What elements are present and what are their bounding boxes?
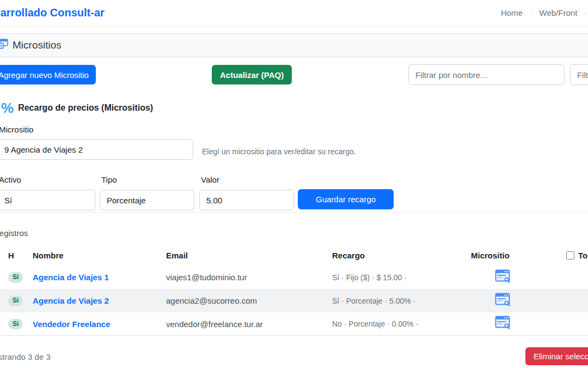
col-header-nombre: Nombre [30, 251, 163, 260]
select-all-checkbox[interactable] [566, 251, 574, 260]
filter-secondary-input[interactable] [570, 64, 588, 85]
valor-field: Valor 5.00 [199, 175, 294, 210]
status-badge: Si [8, 295, 23, 306]
page-header: Micrositios [0, 33, 588, 57]
recargo-title-text: Recargo de precios (Micrositios) [18, 103, 153, 113]
micrositio-row: 9 Agencia de Viajes 2 Elegí un micrositi… [0, 139, 588, 160]
micrositio-name-link[interactable]: Agencia de Viajes 2 [33, 296, 109, 305]
open-micrositio-icon[interactable] [495, 293, 511, 309]
recargo-cell: Sí · Porcentaje · 5.00% · [329, 297, 468, 305]
micrositio-helper-text: Elegí un micrositio para ver/editar su r… [202, 147, 356, 156]
select-all-label: Todos [578, 251, 588, 260]
col-header-recargo: Recargo [329, 251, 468, 260]
tipo-select[interactable]: Porcentaje [100, 190, 194, 210]
brand-link[interactable]: Desarrollado Consult-ar [0, 7, 105, 19]
status-badge: Si [8, 319, 23, 329]
tipo-field: Tipo Porcentaje [100, 175, 194, 210]
valor-input[interactable]: 5.00 [199, 190, 294, 210]
email-cell: viajes1@tudominio.tur [163, 273, 329, 282]
registros-label: Registros [0, 228, 588, 238]
micrositios-window-icon [0, 38, 9, 52]
add-micrositio-button[interactable]: Agregar nuevo Micrositio [0, 65, 96, 85]
activo-label: Activo [0, 175, 95, 184]
section-divider [0, 212, 588, 213]
activo-field: Activo Sí [0, 175, 95, 210]
table-footer: Mostrando 3 de 3 Eliminar seleccionados [0, 336, 588, 363]
nav-separator: · [530, 9, 532, 17]
table-row: Si Vendedor Freelance vendedor@freelance… [0, 312, 588, 336]
nav-home-link[interactable]: Home [501, 8, 523, 17]
col-header-email: Email [163, 251, 329, 260]
micrositios-table: H Nombre Email Recargo Micrositio Todos … [0, 245, 588, 336]
showing-count: Mostrando 3 de 3 [0, 352, 51, 361]
valor-label: Valor [201, 175, 294, 184]
open-micrositio-icon[interactable] [495, 316, 511, 332]
page-title: Micrositios [13, 39, 62, 51]
select-all-cell: Todos [566, 251, 588, 260]
tipo-label: Tipo [101, 175, 194, 184]
col-header-h: H [0, 251, 30, 260]
save-recargo-button[interactable]: Guardar recargo [298, 189, 394, 209]
toolbar: Agregar nuevo Micrositio Actualizar (PAQ… [0, 64, 588, 85]
filter-name-input[interactable] [408, 64, 565, 85]
email-cell: vendedor@freelance.tur.ar [163, 319, 329, 329]
micrositio-select[interactable]: 9 Agencia de Viajes 2 [0, 139, 193, 160]
navbar: Desarrollado Consult-ar Home · Web/Front… [0, 0, 588, 26]
nav-separator: · [584, 9, 587, 17]
recargo-cell: No · Porcentaje · 0.00% · [329, 319, 468, 328]
recargo-form-row: Activo Sí Tipo Porcentaje Valor 5.00 Gua… [0, 175, 588, 209]
table-row: Si Agencia de Viajes 1 viajes1@tudominio… [0, 266, 588, 289]
table-header-row: H Nombre Email Recargo Micrositio Todos [0, 245, 588, 266]
col-header-micrositio: Micrositio [468, 251, 566, 260]
activo-select[interactable]: Sí [0, 190, 95, 210]
open-micrositio-icon[interactable] [495, 269, 511, 286]
delete-selected-button[interactable]: Eliminar seleccionados [525, 347, 588, 365]
nav-webfront-link[interactable]: Web/Front [540, 8, 578, 17]
micrositio-name-link[interactable]: Vendedor Freelance [33, 319, 111, 329]
table-row: Si Agencia de Viajes 2 agencia2@sucorreo… [0, 289, 588, 312]
status-badge: Si [8, 272, 23, 282]
app-viewport: Desarrollado Consult-ar Home · Web/Front… [0, 0, 588, 368]
recargo-cell: Sí · Fijo ($) · $ 15.00 · [329, 273, 468, 282]
percent-icon: % [1, 101, 14, 115]
update-paq-button[interactable]: Actualizar (PAQ) [212, 65, 292, 85]
email-cell: agencia2@sucorreo.com [163, 296, 329, 305]
nav-links: Home · Web/Front · [501, 8, 587, 17]
micrositio-label: Micrositio [0, 125, 588, 134]
recargo-section-title: % Recargo de precios (Micrositios) [0, 100, 588, 116]
micrositio-name-link[interactable]: Agencia de Viajes 1 [33, 273, 109, 282]
